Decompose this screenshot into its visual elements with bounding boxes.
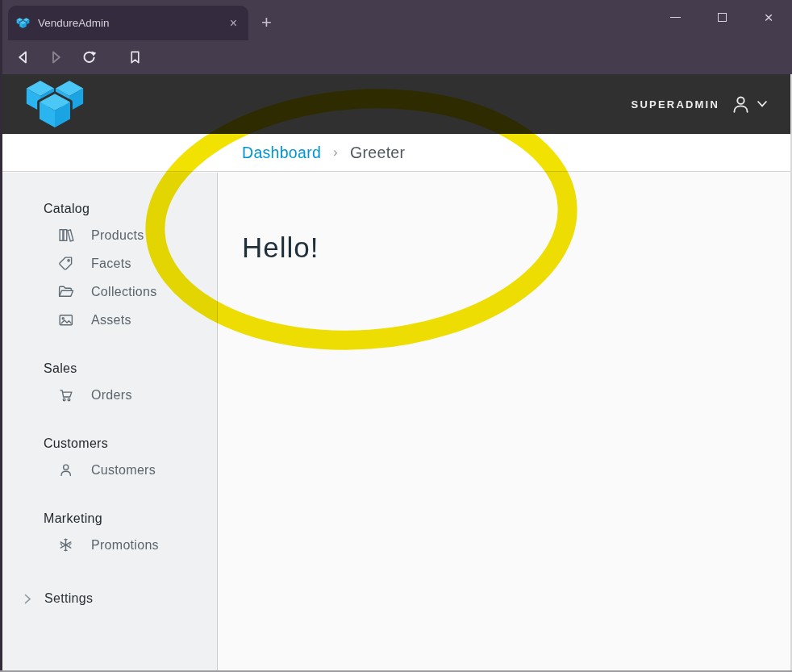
browser-navbar: localhost:3000/admin/extensions/greet Pr…: [0, 40, 792, 74]
reload-icon: [81, 49, 98, 66]
sidebar-item-facets[interactable]: Facets: [0, 249, 217, 278]
sidebar-item-label: Products: [91, 228, 144, 243]
browser-tab[interactable]: VendureAdmin ×: [8, 6, 248, 40]
vendure-logo-icon: [24, 78, 85, 132]
vendure-favicon-icon: [16, 17, 31, 30]
tab-close-icon[interactable]: ×: [227, 15, 240, 31]
maximize-button[interactable]: [703, 5, 740, 29]
sidebar-item-label: Facets: [91, 257, 131, 271]
sidebar-section-marketing: Marketing Promotions: [0, 511, 217, 559]
user-menu-button[interactable]: [730, 94, 768, 115]
chevron-right-icon: [24, 594, 34, 603]
close-icon: ×: [764, 10, 773, 25]
section-title: Customers: [44, 436, 217, 451]
browser-titlebar: VendureAdmin × + ×: [0, 0, 792, 40]
bookmark-icon: [127, 49, 143, 65]
breadcrumb-dashboard-link[interactable]: Dashboard: [242, 144, 321, 162]
window-left-edge: [0, 0, 2, 672]
sidebar-item-collections[interactable]: Collections: [0, 278, 217, 306]
window-controls: ×: [647, 3, 787, 31]
sidebar-item-promotions[interactable]: Promotions: [0, 531, 217, 559]
settings-label: Settings: [44, 591, 93, 606]
user-icon: [730, 94, 752, 115]
image-icon: [56, 311, 74, 329]
tab-title: VendureAdmin: [38, 17, 220, 29]
sidebar-item-label: Orders: [91, 388, 132, 403]
breadcrumb-separator-icon: ›: [333, 144, 338, 161]
breadcrumb-bar: Dashboard › Greeter: [0, 134, 792, 172]
greeting-text: Hello!: [242, 232, 792, 264]
shopping-cart-icon: [56, 386, 74, 404]
app-header: SUPERADMIN: [0, 74, 792, 134]
back-arrow-icon: [15, 49, 31, 65]
close-window-button[interactable]: ×: [750, 5, 787, 29]
sidebar-item-label: Assets: [91, 313, 131, 328]
sidebar-settings-toggle[interactable]: Settings: [0, 586, 217, 611]
bookmark-button[interactable]: [121, 40, 148, 74]
breadcrumb-current: Greeter: [350, 144, 405, 162]
sidebar-item-assets[interactable]: Assets: [0, 306, 217, 334]
reload-button[interactable]: [75, 40, 102, 74]
folder-open-icon: [56, 283, 74, 301]
sidebar-item-label: Collections: [91, 285, 157, 299]
section-title: Sales: [44, 361, 217, 376]
sidebar-section-sales: Sales Orders: [0, 361, 217, 409]
main-content: Hello!: [219, 173, 792, 670]
sidebar-item-customers[interactable]: Customers: [0, 456, 217, 484]
section-title: Marketing: [44, 511, 217, 526]
sidebar-item-orders[interactable]: Orders: [0, 381, 217, 409]
minimize-button[interactable]: [657, 5, 694, 29]
section-title: Catalog: [44, 202, 217, 216]
forward-arrow-icon: [48, 49, 64, 65]
asterisk-icon: [56, 536, 74, 554]
sidebar-section-catalog: Catalog Products Facets: [0, 202, 217, 334]
user-icon: [56, 461, 74, 479]
maximize-icon: [718, 13, 727, 22]
sidebar-item-products[interactable]: Products: [0, 221, 217, 249]
tag-icon: [56, 255, 74, 273]
sidebar-section-customers: Customers Customers: [0, 436, 217, 484]
chevron-down-icon: [757, 100, 768, 108]
sidebar-item-label: Customers: [91, 463, 156, 478]
new-tab-button[interactable]: +: [256, 12, 277, 33]
breadcrumb: Dashboard › Greeter: [242, 134, 792, 171]
admin-username: SUPERADMIN: [632, 98, 719, 111]
library-icon: [56, 227, 74, 244]
minimize-icon: [670, 17, 681, 18]
forward-button[interactable]: [42, 40, 69, 74]
header-right-group: SUPERADMIN: [632, 74, 768, 134]
back-button[interactable]: [10, 40, 37, 74]
sidebar-item-label: Promotions: [91, 538, 159, 553]
sidebar-nav: Catalog Products Facets: [0, 173, 218, 670]
